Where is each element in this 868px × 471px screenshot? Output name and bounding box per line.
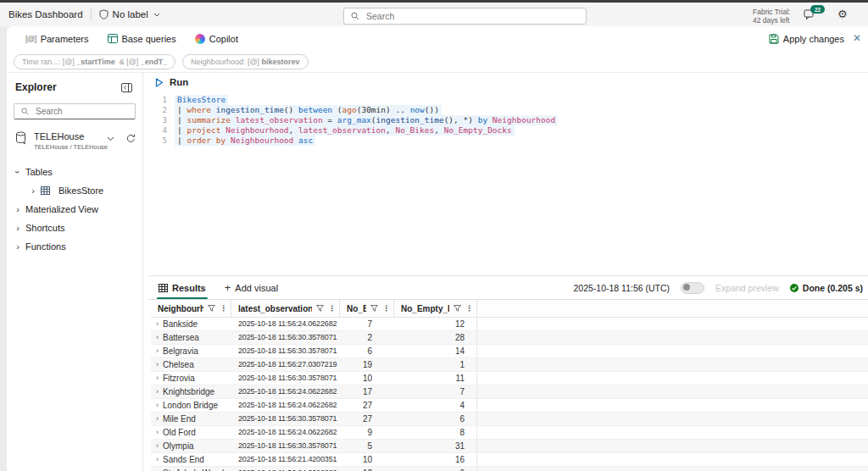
chevron-right-icon[interactable]: › (14, 204, 22, 214)
cell-no-empty-docks: 4 (394, 399, 477, 412)
column-header-neighbourhood[interactable]: Neighbourhood⋮ (151, 300, 231, 317)
add-visual-button[interactable]: + Add visual (225, 281, 278, 294)
query-timestamp: 2025-10-18 11:56 (UTC) (573, 283, 670, 293)
close-icon[interactable]: ✕ (853, 32, 861, 44)
code-line[interactable]: 2| where ingestion_time() between (ago(3… (148, 105, 868, 115)
row-expand-chevron-icon[interactable]: › (156, 453, 159, 466)
table-row[interactable]: ›Olympia2025-10-18 11:56:30.3578071531 (151, 440, 868, 453)
database-item[interactable]: TELEHouse TELEHouse / TELEHouse (15, 131, 137, 151)
apply-changes-button[interactable]: Apply changes (769, 26, 844, 51)
row-expand-chevron-icon[interactable]: › (156, 426, 159, 439)
cell-no-empty-docks: 31 (394, 440, 477, 452)
run-button[interactable]: Run (170, 77, 188, 87)
done-check-icon (790, 284, 798, 292)
filter-icon[interactable] (453, 305, 461, 312)
settings-gear-icon[interactable]: ⚙ (837, 8, 848, 20)
code-text: | summarize latest_observation = arg_max… (175, 115, 558, 125)
row-expand-chevron-icon[interactable]: › (156, 358, 159, 371)
filter-icon[interactable] (370, 305, 378, 312)
expand-preview-toggle[interactable] (681, 282, 704, 294)
parameters-label: Parameters (41, 34, 89, 44)
copilot-button[interactable]: Copilot (195, 34, 238, 44)
tree-item-tables[interactable]: ›Tables (7, 163, 142, 181)
row-expand-chevron-icon[interactable]: › (156, 467, 159, 471)
table-row[interactable]: ›Belgravia2025-10-18 11:56:30.3578071614 (151, 345, 868, 358)
tree-item-functions[interactable]: ›Functions (7, 237, 142, 256)
cell-no-empty-docks: 8 (394, 426, 477, 439)
cell-no-bikes: 12 (340, 467, 394, 471)
cell-no-bikes: 27 (340, 399, 394, 412)
table-row[interactable]: ›St. John's Wood2025-10-18 11:56:24.0622… (151, 467, 868, 471)
table-row[interactable]: ›Chelsea2025-10-18 11:56:27.0307219191 (151, 358, 868, 372)
neighbourhood-parameter-pill[interactable]: Neighbourhood: [@] bikestorev (182, 54, 308, 69)
tree-item-bikesstore[interactable]: ›BikesStore (7, 181, 142, 200)
cell-no-bikes: 19 (340, 358, 394, 371)
table-row[interactable]: ›Sands End2025-10-18 11:56:21.4200351101… (151, 453, 868, 467)
column-menu-icon[interactable]: ⋮ (382, 304, 390, 313)
cell-neighbourhood: Fitzrovia (163, 372, 195, 385)
chevron-right-icon[interactable]: › (14, 241, 22, 252)
notifications-button[interactable]: 22 (804, 8, 821, 22)
column-menu-icon[interactable]: ⋮ (328, 304, 336, 313)
tab-results[interactable]: Results (159, 276, 206, 299)
base-queries-button[interactable]: Base queries (108, 34, 176, 44)
database-name: TELEHouse (34, 131, 108, 141)
filter-icon[interactable] (208, 305, 215, 312)
cell-neighbourhood: Mile End (163, 413, 196, 425)
active-tab-underline (157, 297, 208, 300)
cell-no-bikes: 17 (340, 385, 394, 398)
time-range-parameter-pill[interactable]: Time ran...: [@] _startTime & [@] _endT_ (14, 54, 175, 69)
chevron-down-icon[interactable]: › (13, 168, 23, 176)
explorer-panel: Explorer TELEHouse TELEHouse / TELEHouse (7, 73, 142, 471)
code-line[interactable]: 1BikesStore (148, 95, 868, 105)
collapse-panel-icon[interactable] (121, 83, 132, 92)
column-header-latest_observation[interactable]: latest_observation⋮ (231, 300, 340, 317)
row-expand-chevron-icon[interactable]: › (156, 345, 159, 357)
refresh-icon[interactable] (126, 134, 136, 143)
explorer-search-field[interactable] (34, 106, 131, 117)
run-play-icon[interactable] (155, 78, 164, 87)
parameters-icon: [@] (25, 35, 36, 43)
row-expand-chevron-icon[interactable]: › (156, 372, 159, 385)
sensitivity-label[interactable]: No label (113, 9, 148, 19)
cell-no-empty-docks: 6 (394, 467, 477, 471)
code-line[interactable]: 4| project Neighbourhood, latest_observa… (148, 125, 868, 136)
filter-icon[interactable] (316, 305, 324, 312)
table-row[interactable]: ›Battersea2025-10-18 11:56:30.3578071228 (151, 331, 868, 345)
table-row[interactable]: ›Bankside2025-10-18 11:56:24.0622682712 (151, 318, 868, 331)
global-search-input[interactable] (343, 8, 587, 25)
row-expand-chevron-icon[interactable]: › (156, 413, 159, 425)
results-tabbar: Results + Add visual 2025-10-18 11:56 (U… (148, 276, 868, 300)
code-line[interactable]: 5| order by Neighbourhood asc (148, 136, 868, 146)
results-grid-icon (159, 284, 168, 292)
row-expand-chevron-icon[interactable]: › (156, 331, 159, 344)
code-line[interactable]: 3| summarize latest_observation = arg_ma… (148, 115, 868, 125)
table-row[interactable]: ›Knightsbridge2025-10-18 11:56:24.062268… (151, 385, 868, 399)
column-header-no_bikes[interactable]: No_Bikes⋮ (340, 300, 394, 317)
parameters-button[interactable]: [@] Parameters (25, 34, 89, 44)
chevron-down-icon[interactable] (107, 136, 114, 141)
row-expand-chevron-icon[interactable]: › (156, 440, 159, 452)
table-row[interactable]: ›Mile End2025-10-18 11:56:30.3578071276 (151, 413, 868, 426)
explorer-tree: ›Tables›BikesStore›Materialized View›Sho… (7, 163, 142, 256)
column-menu-icon[interactable]: ⋮ (465, 304, 473, 313)
global-search-field[interactable] (364, 10, 563, 22)
row-expand-chevron-icon[interactable]: › (156, 399, 159, 412)
table-row[interactable]: ›Fitzrovia2025-10-18 11:56:30.3578071101… (151, 372, 868, 385)
table-row[interactable]: ›London Bridge2025-10-18 11:56:24.062268… (151, 399, 868, 413)
kql-code-area[interactable]: 1BikesStore2| where ingestion_time() bet… (148, 95, 868, 146)
pill-segment: _startTime (76, 58, 114, 66)
column-header-no_empty_docks[interactable]: No_Empty_Docks⋮ (394, 300, 477, 317)
tree-item-shortcuts[interactable]: ›Shortcuts (7, 219, 142, 237)
table-row[interactable]: ›Old Ford2025-10-18 11:56:24.062268298 (151, 426, 868, 440)
chevron-right-icon[interactable]: › (29, 186, 37, 196)
tree-item-materialized-view[interactable]: ›Materialized View (7, 200, 142, 219)
chevron-right-icon[interactable]: › (14, 223, 22, 233)
column-menu-icon[interactable]: ⋮ (220, 304, 227, 313)
explorer-search-input[interactable] (14, 103, 136, 119)
column-header-label: latest_observation (238, 304, 312, 313)
row-expand-chevron-icon[interactable]: › (156, 318, 159, 330)
app-window: Bikes Dashboard No label Fabric Trial: 4… (0, 0, 868, 471)
row-expand-chevron-icon[interactable]: › (156, 385, 159, 398)
chevron-down-icon[interactable] (153, 13, 160, 17)
